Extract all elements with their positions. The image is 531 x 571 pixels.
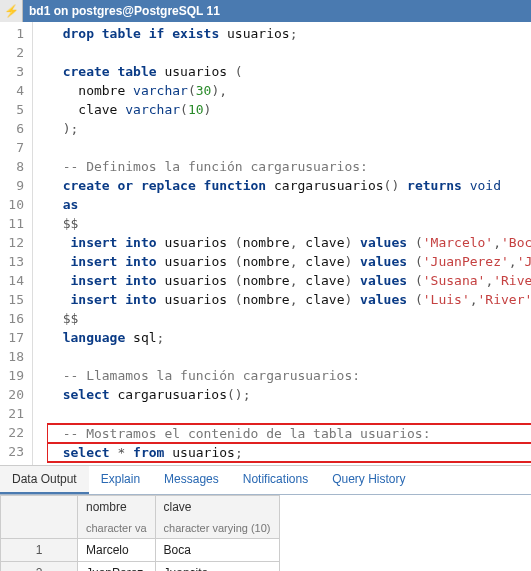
token-str: 'River' [493,273,531,288]
token-pn: () [384,178,400,193]
token-str: 'Juancito' [517,254,531,269]
execute-icon[interactable]: ⚡ [0,0,23,22]
code-line[interactable]: nombre varchar(30), [47,81,531,100]
line-number: 12 [4,233,24,252]
column-header[interactable]: clave [155,496,279,519]
token-str: 'JuanPerez' [423,254,509,269]
code-line[interactable]: insert into usuarios (nombre, clave) val… [47,233,531,252]
cell[interactable]: JuanPerez [78,562,156,572]
row-number: 1 [1,539,78,562]
code-line[interactable] [47,138,531,157]
token-pn: , [509,254,517,269]
code-line[interactable]: ); [47,119,531,138]
line-number: 1 [4,24,24,43]
token-pn: ), [211,83,227,98]
code-line[interactable]: clave varchar(10) [47,100,531,119]
code-line[interactable]: select * from usuarios; [47,443,531,463]
token-fn: nombre [243,273,290,288]
token-fn: usuarios [157,254,227,269]
line-number: 2 [4,43,24,62]
code-line[interactable]: as [47,195,531,214]
token-kw: function [196,178,266,193]
code-line[interactable] [47,43,531,62]
tab-notifications[interactable]: Notifications [231,466,320,494]
line-number: 20 [4,385,24,404]
code-line[interactable]: insert into usuarios (nombre, clave) val… [47,271,531,290]
token-kw: values [352,254,407,269]
code-line[interactable]: $$ [47,309,531,328]
token-pn: ( [227,254,243,269]
token-kw: into [117,292,156,307]
code-line[interactable]: -- Llamamos la función cargarusuarios: [47,366,531,385]
code-line[interactable]: -- Mostramos el contenido de la tabla us… [47,423,531,443]
cell[interactable]: Marcelo [78,539,156,562]
token-pn: , [290,235,306,250]
token-kw: insert [47,273,117,288]
line-number: 4 [4,81,24,100]
row-number: 2 [1,562,78,572]
line-number: 5 [4,100,24,119]
token-kw: if [141,26,164,41]
connection-title: bd1 on postgres@PostgreSQL 11 [23,0,220,22]
code-line[interactable] [47,347,531,366]
token-kw: replace [133,178,196,193]
result-tabs: Data OutputExplainMessagesNotificationsQ… [0,466,531,495]
line-gutter: 1234567891011121314151617181920212223 [0,22,33,465]
line-number: 8 [4,157,24,176]
tab-query-history[interactable]: Query History [320,466,417,494]
line-number: 13 [4,252,24,271]
code-line[interactable]: create table usuarios ( [47,62,531,81]
token-fn: usuarios [157,64,227,79]
code-line[interactable]: language sql; [47,328,531,347]
token-ty: void [462,178,501,193]
tab-explain[interactable]: Explain [89,466,152,494]
column-header[interactable]: nombre [78,496,156,519]
code-line[interactable] [47,404,531,423]
token-kw: values [352,292,407,307]
code-line[interactable]: -- Definimos la función cargarusuarios: [47,157,531,176]
line-number: 14 [4,271,24,290]
code-line[interactable]: create or replace function cargarusuario… [47,176,531,195]
line-number: 19 [4,366,24,385]
token-fn: usuarios [219,26,289,41]
token-kw: or [110,178,133,193]
tab-data-output[interactable]: Data Output [0,466,89,494]
code-line[interactable]: drop table if exists usuarios; [47,24,531,43]
line-number: 16 [4,309,24,328]
line-number: 10 [4,195,24,214]
token-pn: ( [407,254,423,269]
token-pn: , [493,235,501,250]
sql-editor[interactable]: 1234567891011121314151617181920212223 dr… [0,22,531,466]
token-str: 'Marcelo' [423,235,493,250]
table-row[interactable]: 1MarceloBoca [1,539,280,562]
code-line[interactable]: insert into usuarios (nombre, clave) val… [47,252,531,271]
code-area[interactable]: drop table if exists usuarios; create ta… [33,22,531,465]
cell[interactable]: Boca [155,539,279,562]
code-line[interactable]: insert into usuarios (nombre, clave) val… [47,290,531,309]
token-fn: cargarusuarios [110,387,227,402]
token-pn: ; [290,26,298,41]
token-kw: insert [47,292,117,307]
token-pn: $$ [47,311,78,326]
grid-corner [1,518,78,539]
token-kw: returns [399,178,462,193]
code-line[interactable]: select cargarusuarios(); [47,385,531,404]
token-pn: ( [227,235,243,250]
token-fn: usuarios [157,292,227,307]
line-number: 23 [4,442,24,461]
line-number: 6 [4,119,24,138]
line-number: 17 [4,328,24,347]
token-cm: -- Mostramos el contenido de la tabla us… [47,426,431,441]
token-pn: ; [235,445,243,460]
code-line[interactable]: $$ [47,214,531,233]
table-row[interactable]: 2JuanPerezJuancito [1,562,280,572]
token-kw: into [117,254,156,269]
token-kw: table [110,64,157,79]
token-kw: select [47,445,110,460]
token-fn: clave [305,292,344,307]
tab-messages[interactable]: Messages [152,466,231,494]
cell[interactable]: Juancito [155,562,279,572]
token-kw: drop [47,26,94,41]
line-number: 7 [4,138,24,157]
token-fn: clave [305,235,344,250]
